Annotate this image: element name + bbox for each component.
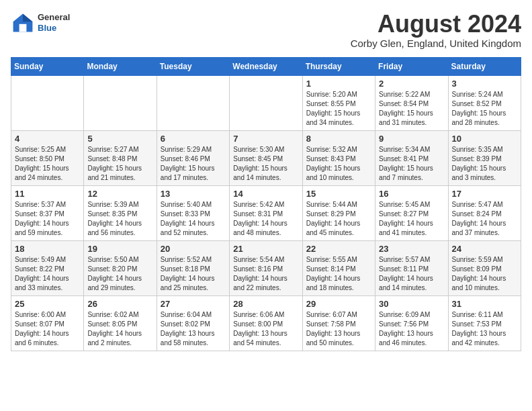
calendar-cell: 16Sunrise: 5:45 AM Sunset: 8:27 PM Dayli… — [375, 185, 448, 240]
day-info: Sunrise: 5:35 AM Sunset: 8:39 PM Dayligh… — [452, 145, 517, 183]
day-info: Sunrise: 6:02 AM Sunset: 8:05 PM Dayligh… — [87, 310, 152, 348]
day-number: 2 — [379, 79, 444, 89]
day-number: 28 — [233, 299, 298, 309]
calendar-cell: 17Sunrise: 5:47 AM Sunset: 8:24 PM Dayli… — [448, 185, 521, 240]
day-info: Sunrise: 5:32 AM Sunset: 8:43 PM Dayligh… — [306, 145, 371, 183]
day-info: Sunrise: 5:55 AM Sunset: 8:14 PM Dayligh… — [306, 255, 371, 293]
day-number: 31 — [452, 299, 517, 309]
day-info: Sunrise: 5:49 AM Sunset: 8:22 PM Dayligh… — [15, 255, 80, 293]
day-info: Sunrise: 5:29 AM Sunset: 8:46 PM Dayligh… — [161, 145, 226, 183]
day-info: Sunrise: 5:50 AM Sunset: 8:20 PM Dayligh… — [87, 255, 152, 293]
day-number: 8 — [306, 134, 371, 144]
day-number: 11 — [15, 189, 80, 199]
week-row-0: 1Sunrise: 5:20 AM Sunset: 8:55 PM Daylig… — [11, 75, 521, 130]
calendar-cell: 21Sunrise: 5:54 AM Sunset: 8:16 PM Dayli… — [230, 240, 302, 295]
day-info: Sunrise: 5:20 AM Sunset: 8:55 PM Dayligh… — [306, 90, 371, 128]
header-sunday: Sunday — [11, 57, 84, 75]
day-info: Sunrise: 5:44 AM Sunset: 8:29 PM Dayligh… — [306, 200, 371, 238]
day-number: 23 — [379, 244, 444, 254]
logo-blue: Blue — [38, 23, 70, 34]
location: Corby Glen, England, United Kingdom — [351, 38, 521, 49]
logo-icon — [11, 11, 35, 35]
day-number: 10 — [452, 134, 517, 144]
day-info: Sunrise: 5:30 AM Sunset: 8:45 PM Dayligh… — [233, 145, 298, 183]
day-info: Sunrise: 5:54 AM Sunset: 8:16 PM Dayligh… — [233, 255, 298, 293]
day-info: Sunrise: 6:09 AM Sunset: 7:56 PM Dayligh… — [379, 310, 444, 348]
calendar-cell: 8Sunrise: 5:32 AM Sunset: 8:43 PM Daylig… — [302, 130, 375, 185]
calendar-cell — [84, 75, 157, 130]
day-info: Sunrise: 5:27 AM Sunset: 8:48 PM Dayligh… — [87, 145, 152, 183]
calendar-cell: 5Sunrise: 5:27 AM Sunset: 8:48 PM Daylig… — [84, 130, 157, 185]
calendar-cell: 19Sunrise: 5:50 AM Sunset: 8:20 PM Dayli… — [84, 240, 157, 295]
calendar-cell — [11, 75, 84, 130]
calendar-cell — [230, 75, 302, 130]
day-info: Sunrise: 5:39 AM Sunset: 8:35 PM Dayligh… — [87, 200, 152, 238]
day-number: 18 — [15, 244, 80, 254]
day-info: Sunrise: 6:06 AM Sunset: 8:00 PM Dayligh… — [233, 310, 298, 348]
day-info: Sunrise: 5:59 AM Sunset: 8:09 PM Dayligh… — [452, 255, 517, 293]
day-number: 19 — [87, 244, 152, 254]
calendar-cell: 13Sunrise: 5:40 AM Sunset: 8:33 PM Dayli… — [157, 185, 229, 240]
day-number: 12 — [87, 189, 152, 199]
calendar-cell: 11Sunrise: 5:37 AM Sunset: 8:37 PM Dayli… — [11, 185, 84, 240]
day-info: Sunrise: 6:11 AM Sunset: 7:53 PM Dayligh… — [452, 310, 517, 348]
day-number: 13 — [161, 189, 226, 199]
calendar-cell: 22Sunrise: 5:55 AM Sunset: 8:14 PM Dayli… — [302, 240, 375, 295]
day-number: 25 — [15, 299, 80, 309]
calendar-cell: 29Sunrise: 6:07 AM Sunset: 7:58 PM Dayli… — [302, 295, 375, 351]
day-info: Sunrise: 5:40 AM Sunset: 8:33 PM Dayligh… — [161, 200, 226, 238]
calendar-cell: 12Sunrise: 5:39 AM Sunset: 8:35 PM Dayli… — [84, 185, 157, 240]
day-info: Sunrise: 6:07 AM Sunset: 7:58 PM Dayligh… — [306, 310, 371, 348]
day-info: Sunrise: 6:00 AM Sunset: 8:07 PM Dayligh… — [15, 310, 80, 348]
day-number: 20 — [161, 244, 226, 254]
header-friday: Friday — [375, 57, 448, 75]
day-info: Sunrise: 6:04 AM Sunset: 8:02 PM Dayligh… — [161, 310, 226, 348]
day-number: 27 — [161, 299, 226, 309]
day-number: 29 — [306, 299, 371, 309]
day-number: 7 — [233, 134, 298, 144]
day-number: 1 — [306, 79, 371, 89]
logo-general: General — [38, 12, 70, 23]
calendar-cell: 2Sunrise: 5:22 AM Sunset: 8:54 PM Daylig… — [375, 75, 448, 130]
day-number: 22 — [306, 244, 371, 254]
header-saturday: Saturday — [448, 57, 521, 75]
day-number: 21 — [233, 244, 298, 254]
calendar-cell: 4Sunrise: 5:25 AM Sunset: 8:50 PM Daylig… — [11, 130, 84, 185]
calendar-table: SundayMondayTuesdayWednesdayThursdayFrid… — [11, 57, 521, 351]
day-number: 15 — [306, 189, 371, 199]
month-title: August 2024 — [351, 11, 521, 38]
header-tuesday: Tuesday — [157, 57, 229, 75]
calendar-header-row: SundayMondayTuesdayWednesdayThursdayFrid… — [11, 57, 521, 75]
calendar-cell: 28Sunrise: 6:06 AM Sunset: 8:00 PM Dayli… — [230, 295, 302, 351]
week-row-4: 25Sunrise: 6:00 AM Sunset: 8:07 PM Dayli… — [11, 295, 521, 351]
calendar-cell: 3Sunrise: 5:24 AM Sunset: 8:52 PM Daylig… — [448, 75, 521, 130]
calendar-cell: 30Sunrise: 6:09 AM Sunset: 7:56 PM Dayli… — [375, 295, 448, 351]
calendar-cell: 24Sunrise: 5:59 AM Sunset: 8:09 PM Dayli… — [448, 240, 521, 295]
day-info: Sunrise: 5:22 AM Sunset: 8:54 PM Dayligh… — [379, 90, 444, 128]
day-number: 30 — [379, 299, 444, 309]
day-number: 16 — [379, 189, 444, 199]
calendar-cell: 25Sunrise: 6:00 AM Sunset: 8:07 PM Dayli… — [11, 295, 84, 351]
day-info: Sunrise: 5:24 AM Sunset: 8:52 PM Dayligh… — [452, 90, 517, 128]
day-number: 4 — [15, 134, 80, 144]
day-number: 24 — [452, 244, 517, 254]
day-info: Sunrise: 5:52 AM Sunset: 8:18 PM Dayligh… — [161, 255, 226, 293]
day-info: Sunrise: 5:25 AM Sunset: 8:50 PM Dayligh… — [15, 145, 80, 183]
day-info: Sunrise: 5:37 AM Sunset: 8:37 PM Dayligh… — [15, 200, 80, 238]
calendar-cell — [157, 75, 229, 130]
calendar-cell: 26Sunrise: 6:02 AM Sunset: 8:05 PM Dayli… — [84, 295, 157, 351]
calendar-cell: 7Sunrise: 5:30 AM Sunset: 8:45 PM Daylig… — [230, 130, 302, 185]
calendar-cell: 14Sunrise: 5:42 AM Sunset: 8:31 PM Dayli… — [230, 185, 302, 240]
calendar-cell: 27Sunrise: 6:04 AM Sunset: 8:02 PM Dayli… — [157, 295, 229, 351]
day-info: Sunrise: 5:34 AM Sunset: 8:41 PM Dayligh… — [379, 145, 444, 183]
svg-marker-1 — [23, 14, 32, 22]
week-row-1: 4Sunrise: 5:25 AM Sunset: 8:50 PM Daylig… — [11, 130, 521, 185]
calendar-cell: 18Sunrise: 5:49 AM Sunset: 8:22 PM Dayli… — [11, 240, 84, 295]
day-info: Sunrise: 5:45 AM Sunset: 8:27 PM Dayligh… — [379, 200, 444, 238]
day-number: 9 — [379, 134, 444, 144]
svg-rect-2 — [19, 24, 27, 32]
calendar-cell: 10Sunrise: 5:35 AM Sunset: 8:39 PM Dayli… — [448, 130, 521, 185]
header-thursday: Thursday — [302, 57, 375, 75]
logo-text: General Blue — [38, 12, 70, 33]
calendar-cell: 9Sunrise: 5:34 AM Sunset: 8:41 PM Daylig… — [375, 130, 448, 185]
